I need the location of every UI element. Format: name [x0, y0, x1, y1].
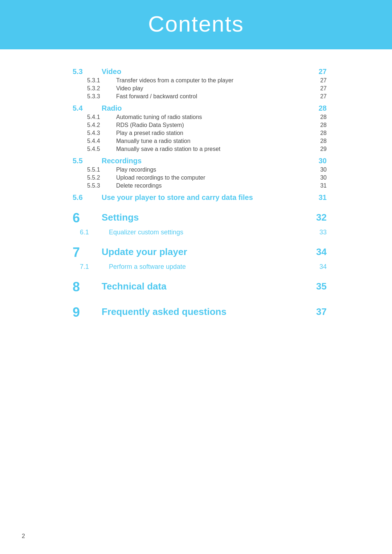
- toc-title: Technical data: [102, 274, 306, 297]
- toc-page: 30: [306, 153, 327, 166]
- toc-page: 27: [306, 85, 327, 93]
- toc-title: Play recordings: [102, 166, 306, 174]
- table-row: 5.4.4Manually tune a radio station28: [73, 137, 327, 145]
- toc-num: 5.5: [73, 153, 102, 166]
- table-row: 9Frequently asked questions37: [73, 300, 327, 322]
- toc-title: Video: [102, 64, 306, 77]
- toc-title: Upload recordings to the computer: [102, 174, 306, 182]
- table-row: 6Settings32: [73, 205, 327, 228]
- toc-page: 28: [306, 113, 327, 121]
- toc-title: Recordings: [102, 153, 306, 166]
- toc-title: Manually tune a radio station: [102, 137, 306, 145]
- toc-page: 27: [306, 77, 327, 85]
- table-row: 7Update your player34: [73, 240, 327, 262]
- table-row: 5.4.5Manually save a radio station to a …: [73, 145, 327, 153]
- toc-title: Settings: [102, 205, 306, 228]
- toc-title: Radio: [102, 100, 306, 113]
- toc-num: 5.4.3: [73, 129, 102, 137]
- toc-table: 5.3Video275.3.1Transfer videos from a co…: [73, 64, 327, 322]
- toc-num: 5.5.1: [73, 166, 102, 174]
- toc-page: 31: [306, 182, 327, 190]
- table-row: 5.3.3Fast forward / backward control27: [73, 93, 327, 100]
- toc-page: 28: [306, 121, 327, 129]
- table-row: 5.5.2Upload recordings to the computer30: [73, 174, 327, 182]
- table-row: 5.5Recordings30: [73, 153, 327, 166]
- toc-num: 7.1: [73, 262, 102, 271]
- toc-title: Delete recordings: [102, 182, 306, 190]
- toc-num: 5.4.2: [73, 121, 102, 129]
- table-row: 5.5.3Delete recordings31: [73, 182, 327, 190]
- toc-page: 28: [306, 137, 327, 145]
- toc-page: 31: [306, 190, 327, 202]
- table-row: 5.4.3Play a preset radio station28: [73, 129, 327, 137]
- toc-num: 6: [73, 205, 102, 228]
- toc-page: 34: [306, 262, 327, 271]
- toc-page: 33: [306, 228, 327, 237]
- toc-num: 8: [73, 274, 102, 297]
- toc-page: 30: [306, 174, 327, 182]
- table-row: 5.3Video27: [73, 64, 327, 77]
- table-row: 5.3.2Video play27: [73, 85, 327, 93]
- toc-title: Play a preset radio station: [102, 129, 306, 137]
- toc-num: 5.6: [73, 190, 102, 202]
- toc-num: 5.3.3: [73, 93, 102, 100]
- table-row: 8Technical data35: [73, 274, 327, 297]
- toc-title: Use your player to store and carry data …: [102, 190, 306, 202]
- toc-page: 32: [306, 205, 327, 228]
- toc-page: 34: [306, 240, 327, 262]
- header-banner: Contents: [0, 0, 392, 49]
- toc-title: Fast forward / backward control: [102, 93, 306, 100]
- content-area: 5.3Video275.3.1Transfer videos from a co…: [0, 49, 392, 344]
- toc-num: 5.3.2: [73, 85, 102, 93]
- page-title: Contents: [0, 11, 392, 37]
- toc-num: 5.5.3: [73, 182, 102, 190]
- toc-title: Frequently asked questions: [102, 300, 306, 322]
- toc-page: 28: [306, 129, 327, 137]
- toc-title: Transfer videos from a computer to the p…: [102, 77, 306, 85]
- toc-title: Perform a software update: [102, 262, 306, 271]
- table-row: 5.6Use your player to store and carry da…: [73, 190, 327, 202]
- toc-num: 6.1: [73, 228, 102, 237]
- toc-num: 5.4.1: [73, 113, 102, 121]
- toc-page: 37: [306, 300, 327, 322]
- toc-title: Automatic tuning of radio stations: [102, 113, 306, 121]
- toc-title: Update your player: [102, 240, 306, 262]
- toc-num: 5.4.4: [73, 137, 102, 145]
- table-row: 7.1Perform a software update34: [73, 262, 327, 271]
- page: Contents 5.3Video275.3.1Transfer videos …: [0, 0, 392, 554]
- page-number: 2: [22, 533, 25, 539]
- toc-num: 5.4: [73, 100, 102, 113]
- toc-num: 9: [73, 300, 102, 322]
- toc-title: Equalizer custom settings: [102, 228, 306, 237]
- toc-title: Video play: [102, 85, 306, 93]
- table-row: 5.4.1Automatic tuning of radio stations2…: [73, 113, 327, 121]
- table-row: 5.3.1Transfer videos from a computer to …: [73, 77, 327, 85]
- toc-page: 27: [306, 93, 327, 100]
- table-row: 5.4Radio28: [73, 100, 327, 113]
- table-row: 6.1Equalizer custom settings33: [73, 228, 327, 237]
- toc-num: 5.4.5: [73, 145, 102, 153]
- table-row: 5.4.2RDS (Radio Data System)28: [73, 121, 327, 129]
- toc-title: Manually save a radio station to a prese…: [102, 145, 306, 153]
- toc-title: RDS (Radio Data System): [102, 121, 306, 129]
- toc-page: 27: [306, 64, 327, 77]
- toc-num: 5.3.1: [73, 77, 102, 85]
- toc-num: 5.5.2: [73, 174, 102, 182]
- toc-page: 29: [306, 145, 327, 153]
- table-row: 5.5.1Play recordings30: [73, 166, 327, 174]
- toc-page: 28: [306, 100, 327, 113]
- toc-page: 35: [306, 274, 327, 297]
- toc-page: 30: [306, 166, 327, 174]
- toc-num: 7: [73, 240, 102, 262]
- toc-num: 5.3: [73, 64, 102, 77]
